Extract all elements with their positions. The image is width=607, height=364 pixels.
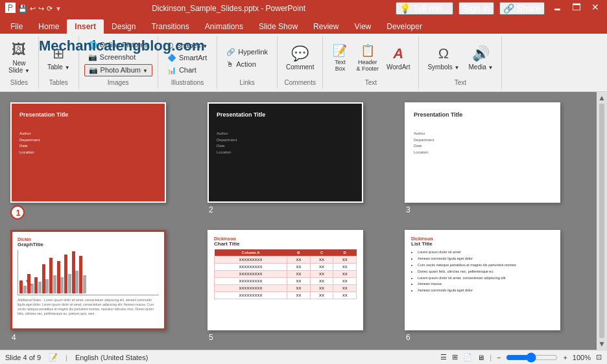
symbols-btn[interactable]: Ω Symbols ▼ bbox=[424, 43, 462, 73]
close-btn[interactable]: ✕ bbox=[589, 2, 602, 15]
bar bbox=[72, 251, 75, 293]
zoom-in-btn[interactable]: + bbox=[563, 354, 567, 361]
list-item: Lorem ipsum dolor sit amet, consectetuer… bbox=[418, 275, 554, 282]
redo-btn[interactable]: ↪ bbox=[38, 5, 44, 13]
list-item: Aenean massa bbox=[418, 281, 554, 288]
tab-transitions[interactable]: Transitions bbox=[143, 19, 196, 34]
smartart-icon: 🔷 bbox=[167, 54, 176, 62]
bar bbox=[68, 274, 71, 293]
tab-slideshow[interactable]: Slide Show bbox=[251, 19, 305, 34]
status-bar: Slide 4 of 9 📝 | English (United States)… bbox=[0, 350, 607, 364]
list-item: Aenean commodo ligula eget dolor bbox=[418, 256, 554, 262]
slide-thumb-2[interactable]: Presentation Title AuthorDepartmentDateL… bbox=[208, 102, 363, 203]
tab-design[interactable]: Design bbox=[104, 19, 143, 34]
comments-group-label: Comments bbox=[285, 76, 316, 86]
links-group-label: Links bbox=[239, 76, 254, 86]
comment-icon: 💬 bbox=[291, 45, 309, 62]
maximize-btn[interactable]: 🗖 bbox=[569, 2, 584, 15]
status-left: Slide 4 of 9 📝 | English (United States) bbox=[5, 353, 148, 361]
table-btn[interactable]: ⊞ Table ▼ bbox=[44, 43, 73, 73]
slide-4-container: Dickin GraphTitle bbox=[10, 230, 192, 342]
tab-developer[interactable]: Developer bbox=[379, 19, 430, 34]
notes-btn[interactable]: 📝 bbox=[49, 353, 58, 361]
slide-6-container: Dickinson List Title Lorem ipsum dolor s… bbox=[405, 230, 586, 342]
bar bbox=[23, 286, 27, 293]
slide-5-title: Chart Title bbox=[214, 241, 357, 247]
tab-insert[interactable]: Insert bbox=[67, 19, 104, 34]
slide-count: Slide 4 of 9 bbox=[5, 354, 41, 361]
slide-4-brand: Dickin bbox=[18, 237, 159, 242]
hyperlink-icon: 🔗 bbox=[226, 48, 235, 56]
list-item: Cum sociis natoque penatibus et magnis d… bbox=[418, 262, 554, 269]
action-btn[interactable]: 🖱 Action bbox=[222, 59, 260, 69]
header-footer-icon: 📋 bbox=[361, 43, 375, 58]
window-controls: 💡 Tell me... Sign in 🔗 Share 🗕 🗖 ✕ bbox=[396, 2, 602, 15]
hyperlink-btn[interactable]: 🔗 Hyperlink bbox=[222, 47, 272, 58]
screenshot-btn[interactable]: 📷 Screenshot bbox=[84, 52, 140, 63]
normal-view-btn[interactable]: ☰ bbox=[440, 353, 447, 361]
zoom-slider[interactable] bbox=[506, 352, 558, 363]
save-qat-btn[interactable]: 💾 bbox=[18, 5, 27, 13]
ribbon-group-text: 📝 Text Box 📋 Header & Footer A WordArt T… bbox=[323, 36, 419, 89]
chart-btn[interactable]: 📊 Chart bbox=[163, 65, 200, 76]
online-pictures-btn[interactable]: 🌐 Online Pictures bbox=[84, 40, 152, 51]
vertical-scrollbar[interactable]: ▲ ▼ bbox=[597, 92, 607, 350]
share-btn[interactable]: 🔗 Share bbox=[499, 2, 545, 15]
tab-home[interactable]: Home bbox=[30, 19, 67, 34]
title-bar-left: 🅿 💾 ↩ ↪ ⟳ ▼ bbox=[5, 3, 62, 14]
illustrations-group-items: ⬡ Shapes ▼ 🔷 SmartArt 📊 Chart bbox=[163, 39, 211, 76]
slide-thumb-5[interactable]: Dickinson Chart Title Column A B C D XXX… bbox=[208, 230, 363, 330]
comments-group-items: 💬 Comment bbox=[283, 39, 317, 76]
slide-4-footnote: Additional Notes - Lorem ipsum dolor sit… bbox=[18, 298, 159, 316]
title-bar: 🅿 💾 ↩ ↪ ⟳ ▼ Dickinson_Sample_Slides.pptx… bbox=[0, 0, 607, 17]
slide-1-content: Presentation Title AuthorDepartmentDateL… bbox=[12, 104, 165, 201]
fit-slide-btn[interactable]: ⊡ bbox=[596, 353, 602, 361]
new-slide-icon: 🖼 bbox=[12, 41, 26, 58]
images-group-label: Images bbox=[108, 76, 129, 86]
bar bbox=[49, 258, 53, 293]
tell-me-btn[interactable]: 💡 Tell me... bbox=[396, 2, 453, 15]
wordart-btn[interactable]: A WordArt bbox=[383, 43, 414, 73]
bar bbox=[79, 256, 82, 293]
scroll-down-btn[interactable]: ▼ bbox=[597, 338, 607, 350]
refresh-btn[interactable]: ⟳ bbox=[47, 5, 53, 13]
text-group-items: 📝 Text Box 📋 Header & Footer A WordArt bbox=[328, 39, 413, 76]
sign-in-btn[interactable]: Sign in bbox=[458, 2, 494, 15]
slide-6-title: List Title bbox=[411, 241, 554, 247]
language-indicator: English (United States) bbox=[75, 354, 149, 361]
undo-btn[interactable]: ↩ bbox=[30, 5, 36, 13]
tab-view[interactable]: View bbox=[346, 19, 379, 34]
tab-review[interactable]: Review bbox=[305, 19, 346, 34]
tab-file[interactable]: File bbox=[3, 19, 30, 34]
zoom-out-btn[interactable]: − bbox=[497, 354, 501, 361]
slide-thumb-1[interactable]: Presentation Title AuthorDepartmentDateL… bbox=[10, 102, 166, 203]
shapes-btn[interactable]: ⬡ Shapes ▼ bbox=[163, 40, 211, 51]
bar bbox=[83, 275, 86, 293]
smartart-btn[interactable]: 🔷 SmartArt bbox=[163, 52, 211, 63]
slide-2-title: Presentation Title bbox=[217, 111, 354, 118]
slide-2-meta: AuthorDepartmentDateLocation bbox=[217, 131, 354, 155]
header-footer-btn[interactable]: 📋 Header & Footer bbox=[353, 41, 382, 74]
slide-5-content: Dickinson Chart Title Column A B C D XXX… bbox=[209, 231, 362, 329]
bar bbox=[42, 264, 45, 293]
text-box-icon: 📝 bbox=[333, 43, 347, 58]
slide-4-content: Dickin GraphTitle bbox=[12, 232, 164, 328]
col-c: C bbox=[310, 249, 333, 256]
scroll-up-btn[interactable]: ▲ bbox=[597, 92, 607, 104]
list-item: Lorem ipsum dolor sit amet bbox=[418, 249, 554, 256]
reading-view-btn[interactable]: 📄 bbox=[463, 353, 472, 361]
new-slide-btn[interactable]: 🖼 New Slide ▼ bbox=[5, 40, 33, 76]
slide-sorter-btn[interactable]: ⊞ bbox=[452, 353, 458, 361]
media-btn[interactable]: 🔊 Media ▼ bbox=[465, 43, 496, 73]
minimize-btn[interactable]: 🗕 bbox=[550, 2, 564, 15]
text-box-btn[interactable]: 📝 Text Box bbox=[328, 41, 351, 74]
scroll-thumb[interactable] bbox=[599, 104, 604, 338]
slide-thumb-6[interactable]: Dickinson List Title Lorem ipsum dolor s… bbox=[405, 230, 560, 330]
tab-animations[interactable]: Animations bbox=[197, 19, 251, 34]
slide-thumb-3[interactable]: Presentation Title AuthorDepartmentDateL… bbox=[405, 102, 560, 203]
slideshow-btn[interactable]: 🖥 bbox=[477, 354, 484, 361]
comment-btn[interactable]: 💬 Comment bbox=[283, 43, 317, 73]
photo-album-btn[interactable]: 📷 Photo Album ▼ bbox=[84, 64, 152, 76]
slide-thumb-4[interactable]: Dickin GraphTitle bbox=[10, 230, 166, 330]
slide-5-table: Column A B C D XXXXXXXXXXXXXXX XXXXXXXXX… bbox=[214, 249, 357, 299]
